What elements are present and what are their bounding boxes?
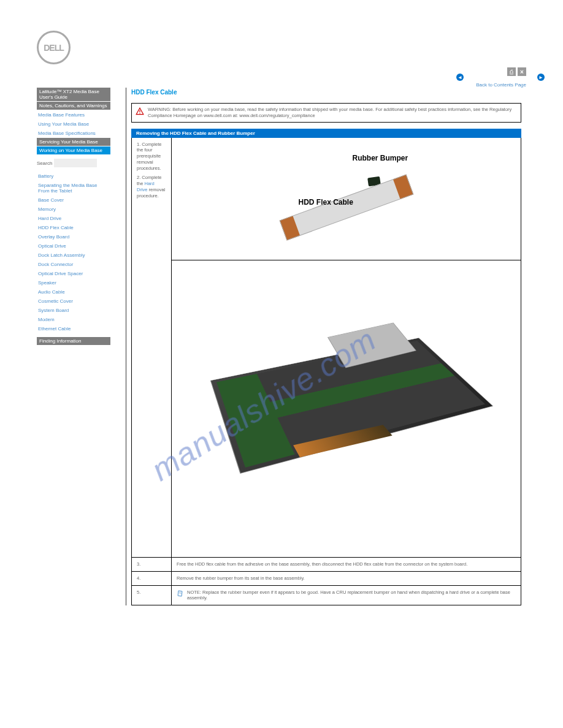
cable-label: HDD Flex Cable — [299, 198, 353, 208]
nav-prev-icon[interactable]: ◄ — [456, 74, 464, 81]
warning-box: WARNING: Before working on your media ba… — [131, 103, 521, 123]
svg-rect-2 — [139, 113, 140, 113]
sidebar-item-active[interactable]: Working on Your Media Base — [37, 146, 110, 154]
sidebar-item[interactable]: Optical Drive — [37, 241, 110, 251]
sidebar: Latitude™ XT2 Media Base User's Guide No… — [37, 88, 110, 605]
search-label: Search — [37, 161, 52, 166]
laptop-illustration — [205, 295, 488, 515]
sidebar-item[interactable]: Base Cover — [37, 195, 110, 205]
svg-rect-1 — [139, 110, 140, 113]
sidebar-item[interactable]: System Board — [37, 306, 110, 315]
sidebar-head-notes: Notes, Cautions, and Warnings — [37, 102, 110, 110]
sidebar-head-product: Latitude™ XT2 Media Base User's Guide — [37, 88, 110, 101]
note-text: NOTE: Replace the rubber bumper even if … — [187, 590, 516, 602]
bumper-label: Rubber Bumper — [353, 154, 408, 164]
sidebar-item[interactable]: HDD Flex Cable — [37, 223, 110, 232]
back-link[interactable]: Back to Contents Page — [476, 82, 526, 88]
sidebar-item[interactable]: Dock Connector — [37, 260, 110, 269]
print-icon[interactable]: ⎙ — [507, 67, 516, 76]
sidebar-item[interactable]: Separating the Media Base From the Table… — [37, 181, 110, 195]
sidebar-item[interactable]: Battery — [37, 172, 110, 181]
table-row: 1. Complete the four prerequisite remova… — [132, 138, 521, 260]
svg-line-3 — [179, 592, 182, 593]
table-row: 4. Remove the rubber bumper from its sea… — [132, 571, 521, 585]
content-area: HDD Flex Cable WARNING: Before working o… — [126, 88, 526, 605]
sidebar-head-finding: Finding Information — [37, 337, 110, 345]
page-title: HDD Flex Cable — [126, 88, 526, 100]
sidebar-item[interactable]: Media Base Features — [37, 110, 110, 119]
svg-line-4 — [179, 593, 182, 594]
sidebar-item[interactable]: Speaker — [37, 278, 110, 287]
sidebar-item[interactable]: Ethernet Cable — [37, 324, 110, 333]
sidebar-head-servicing: Servicing Your Media Base — [37, 138, 110, 146]
table-row — [132, 260, 521, 558]
sidebar-item[interactable]: Hard Drive — [37, 214, 110, 223]
sidebar-item[interactable]: Overlay Board — [37, 232, 110, 241]
cable-illustration: Rubber Bumper HDD Flex Cable — [273, 154, 420, 252]
close-icon[interactable]: × — [518, 67, 526, 76]
table-row: 5. NOTE: Replace the rubber bumper even … — [132, 585, 521, 605]
sidebar-item[interactable]: Using Your Media Base — [37, 119, 110, 129]
note-icon — [177, 590, 184, 597]
dell-logo: DELL — [37, 31, 71, 64]
table-row: 3. Free the HDD flex cable from the adhe… — [132, 558, 521, 572]
sidebar-item[interactable]: Optical Drive Spacer — [37, 269, 110, 278]
procedure-table: 1. Complete the four prerequisite remova… — [131, 138, 521, 606]
sidebar-item[interactable]: Cosmetic Cover — [37, 297, 110, 306]
sidebar-item[interactable]: Modem — [37, 315, 110, 324]
sidebar-item[interactable]: Media Base Specifications — [37, 129, 110, 138]
warning-text: WARNING: Before working on your media ba… — [148, 107, 517, 119]
nav-next-icon[interactable]: ► — [537, 74, 545, 81]
sidebar-item[interactable]: Memory — [37, 205, 110, 214]
sidebar-item[interactable]: Audio Cable — [37, 287, 110, 297]
window-controls: ⎙ × — [507, 67, 526, 76]
warning-icon — [136, 107, 144, 116]
sidebar-item[interactable]: Dock Latch Assembly — [37, 251, 110, 260]
search-input[interactable] — [54, 159, 97, 167]
section-header: Removing the HDD Flex Cable and Rubber B… — [131, 129, 521, 138]
